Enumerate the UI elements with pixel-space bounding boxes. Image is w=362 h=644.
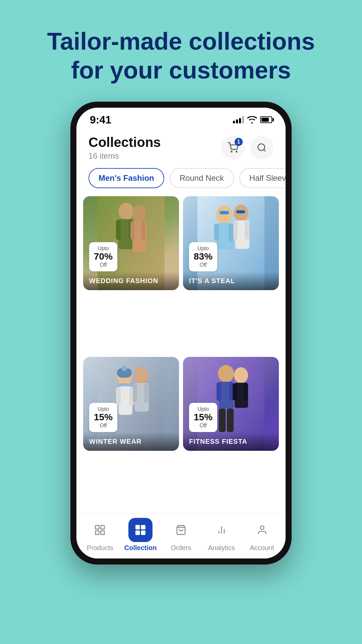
- nav-products[interactable]: Products: [83, 518, 117, 552]
- svg-rect-53: [135, 530, 140, 535]
- wifi-icon: [247, 116, 257, 123]
- cart-badge: 1: [235, 138, 243, 146]
- svg-rect-18: [229, 224, 233, 242]
- filter-tab-roundneck[interactable]: Round Neck: [170, 168, 234, 188]
- fitness-discount: Upto 15% Off: [189, 403, 217, 432]
- app-header: Collections 16 items 1: [76, 129, 286, 165]
- svg-point-37: [218, 365, 234, 382]
- analytics-icon: [216, 525, 227, 535]
- header-actions: 1: [221, 136, 274, 159]
- cart-button[interactable]: 1: [221, 136, 245, 159]
- svg-rect-54: [141, 530, 146, 535]
- collection-icon: [134, 524, 146, 536]
- svg-rect-48: [101, 525, 105, 529]
- status-icons: [233, 116, 272, 123]
- page-title: Collections: [88, 135, 161, 150]
- winter-discount: Upto 15% Off: [89, 403, 117, 432]
- header-title-block: Collections 16 items: [88, 135, 161, 161]
- steal-discount: Upto 83% Off: [189, 242, 217, 271]
- fitness-label: FITNESS FIESTA: [189, 438, 273, 445]
- bottom-nav: Products Collection: [76, 514, 286, 558]
- svg-rect-35: [144, 384, 148, 402]
- svg-point-43: [234, 367, 248, 383]
- filter-tab-mens[interactable]: Men's Fashion: [88, 168, 164, 188]
- svg-rect-39: [217, 382, 221, 401]
- svg-point-1: [236, 151, 237, 152]
- signal-icon: [233, 116, 244, 123]
- filter-tab-halfsleeve[interactable]: Half Sleeve: [239, 168, 286, 188]
- account-icon-wrap: [250, 518, 274, 542]
- orders-icon: [176, 525, 186, 535]
- svg-point-59: [260, 526, 264, 530]
- svg-rect-15: [220, 211, 229, 214]
- svg-rect-23: [245, 221, 249, 239]
- products-icon-wrap: [88, 518, 112, 542]
- status-time: 9:41: [90, 114, 111, 126]
- svg-rect-41: [219, 409, 226, 432]
- svg-rect-49: [96, 531, 99, 534]
- svg-point-2: [258, 144, 265, 151]
- nav-orders[interactable]: Orders: [164, 518, 198, 552]
- products-label: Products: [87, 544, 113, 552]
- svg-point-14: [216, 205, 232, 224]
- svg-point-0: [231, 151, 232, 152]
- collection-icon-wrap: [128, 518, 153, 542]
- analytics-icon-wrap: [209, 518, 234, 542]
- filter-tabs: Men's Fashion Round Neck Half Sleeve: [76, 165, 286, 194]
- orders-label: Orders: [171, 544, 191, 552]
- svg-point-27: [122, 366, 127, 371]
- collections-grid: Upto 70% Off WEDDING FASHION: [76, 194, 286, 514]
- collection-card-winter[interactable]: Upto 15% Off WINTER WEAR: [83, 357, 179, 451]
- winter-overlay: WINTER WEAR: [83, 432, 179, 451]
- svg-rect-17: [214, 224, 219, 240]
- steal-label: IT'S A STEAL: [189, 277, 273, 285]
- svg-rect-22: [233, 221, 238, 239]
- collection-card-steal[interactable]: Upto 83% Off IT'S A STEAL: [183, 196, 279, 290]
- svg-rect-46: [244, 383, 248, 400]
- svg-rect-42: [227, 409, 234, 432]
- nav-analytics[interactable]: Analytics: [205, 518, 238, 552]
- winter-label: WINTER WEAR: [89, 438, 173, 445]
- svg-rect-30: [116, 387, 121, 406]
- status-bar: 9:41: [76, 108, 286, 129]
- battery-icon: [260, 116, 272, 123]
- fitness-overlay: FITNESS FIESTA: [183, 432, 279, 451]
- phone-screen: 9:41 Collections: [76, 108, 286, 558]
- search-button[interactable]: [250, 136, 274, 159]
- svg-rect-50: [101, 531, 105, 534]
- page-headline: Tailor-made collections for your custome…: [47, 27, 315, 85]
- phone-mockup: 9:41 Collections: [70, 102, 292, 565]
- svg-rect-47: [96, 525, 99, 529]
- svg-rect-45: [233, 383, 237, 400]
- nav-account[interactable]: Account: [245, 518, 279, 552]
- steal-overlay: IT'S A STEAL: [183, 272, 279, 290]
- svg-rect-52: [141, 525, 146, 530]
- wedding-label: WEDDING FASHION: [89, 277, 173, 285]
- collection-card-fitness[interactable]: Upto 15% Off FITNESS FIESTA: [183, 357, 279, 451]
- svg-rect-20: [236, 210, 245, 213]
- nav-collection[interactable]: Collection: [124, 518, 157, 552]
- products-icon: [95, 525, 105, 535]
- orders-icon-wrap: [169, 518, 193, 542]
- svg-point-32: [134, 367, 148, 384]
- wedding-discount: Upto 70% Off: [89, 242, 117, 271]
- collection-label: Collection: [124, 544, 157, 552]
- item-count: 16 items: [88, 151, 161, 161]
- svg-rect-51: [135, 525, 140, 530]
- account-label: Account: [250, 544, 274, 552]
- wedding-overlay: WEDDING FASHION: [83, 272, 179, 290]
- svg-rect-34: [133, 384, 137, 402]
- account-icon: [257, 525, 267, 535]
- collection-card-wedding[interactable]: Upto 70% Off WEDDING FASHION: [83, 196, 179, 290]
- analytics-label: Analytics: [208, 544, 235, 552]
